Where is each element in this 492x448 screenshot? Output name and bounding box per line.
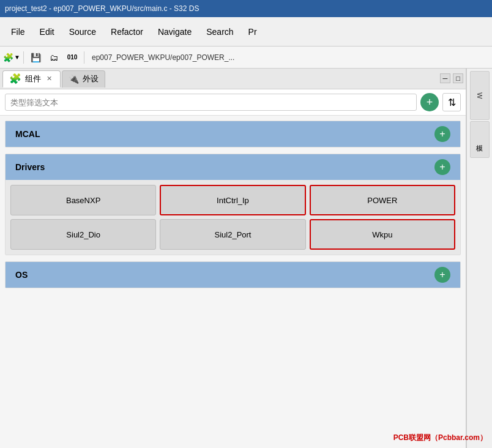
toolbar-path: ep007_POWER_WKPU/ep007_POWER_... xyxy=(92,53,234,62)
category-drivers-name: Drivers xyxy=(15,162,45,172)
tab-peripherals[interactable]: 🔌 外设 xyxy=(62,70,105,88)
component-tab-icon: 🧩 xyxy=(9,73,21,84)
dropdown-arrow-icon: ▼ xyxy=(14,54,20,61)
right-panel: W 模板 xyxy=(466,69,492,448)
drivers-add-icon: + xyxy=(439,162,445,173)
item-siul2-dio[interactable]: Siul2_Dio xyxy=(10,219,156,250)
category-drivers: Drivers + BaseNXP IntCtrl_Ip POWER xyxy=(5,154,461,255)
filter-input[interactable] xyxy=(5,94,417,111)
toolbar-save-btn[interactable]: 💾 xyxy=(28,50,43,65)
right-panel-btn-w[interactable]: W xyxy=(470,71,490,120)
menu-file[interactable]: File xyxy=(5,23,31,40)
plus-icon: + xyxy=(427,96,433,109)
right-panel-w-label: W xyxy=(476,92,483,99)
menu-source[interactable]: Source xyxy=(63,23,102,40)
os-add-icon: + xyxy=(439,269,445,280)
drivers-grid: BaseNXP IntCtrl_Ip POWER Siul2_Dio Siul2… xyxy=(6,180,460,255)
item-intctrl-ip[interactable]: IntCtrl_Ip xyxy=(160,185,305,215)
main-layout: 🧩 组件 ✕ 🔌 外设 ─ □ + ⇅ xyxy=(0,69,492,448)
left-panel: 🧩 组件 ✕ 🔌 外设 ─ □ + ⇅ xyxy=(0,69,466,448)
category-os-header: OS + xyxy=(6,262,460,288)
binary-icon: 010 xyxy=(67,54,78,61)
item-siul2-port[interactable]: Siul2_Port xyxy=(160,219,305,250)
minimize-btn[interactable]: ─ xyxy=(440,73,451,83)
toolbar-component-btn[interactable]: 🧩 ▼ xyxy=(4,50,20,65)
item-wkpu[interactable]: Wkpu xyxy=(310,219,455,250)
add-component-btn[interactable]: + xyxy=(420,93,439,111)
component-area: MCAL + Drivers + BaseNXP xyxy=(0,116,466,448)
maximize-btn[interactable]: □ xyxy=(453,73,463,83)
tab-components-close[interactable]: ✕ xyxy=(45,74,54,83)
os-add-btn[interactable]: + xyxy=(434,267,450,283)
drivers-add-btn[interactable]: + xyxy=(434,159,450,175)
mcal-add-icon: + xyxy=(439,129,445,140)
category-mcal: MCAL + xyxy=(5,121,461,147)
category-mcal-name: MCAL xyxy=(15,129,40,139)
panel-window-controls: ─ □ xyxy=(440,73,463,83)
toolbar-separator-1 xyxy=(23,51,24,64)
menu-search[interactable]: Search xyxy=(200,23,239,40)
tab-bar: 🧩 组件 ✕ 🔌 外设 xyxy=(0,69,466,89)
title-bar: project_test2 - ep007_POWER_WKPU/src/mai… xyxy=(0,0,492,17)
menu-bar: File Edit Source Refactor Navigate Searc… xyxy=(0,17,492,47)
right-panel-btn-template[interactable]: 模板 xyxy=(470,121,490,158)
save-icon: 💾 xyxy=(31,53,41,62)
title-text: project_test2 - ep007_POWER_WKPU/src/mai… xyxy=(5,4,199,13)
usb-tab-icon: 🔌 xyxy=(69,74,79,84)
category-drivers-header: Drivers + xyxy=(6,154,460,180)
tab-peripherals-label: 外设 xyxy=(83,73,99,84)
item-basenxp[interactable]: BaseNXP xyxy=(10,185,156,215)
tab-components[interactable]: 🧩 组件 ✕ xyxy=(2,70,61,88)
menu-refactor[interactable]: Refactor xyxy=(105,23,149,40)
toolbar-save-all-btn[interactable]: 🗂 xyxy=(46,50,62,65)
menu-edit[interactable]: Edit xyxy=(34,23,61,40)
save-all-icon: 🗂 xyxy=(50,53,58,62)
mcal-add-btn[interactable]: + xyxy=(434,126,450,142)
toolbar-separator-2 xyxy=(84,51,84,64)
category-os: OS + xyxy=(5,261,461,288)
category-mcal-header: MCAL + xyxy=(6,121,460,147)
filter-bar: + ⇅ xyxy=(0,89,466,116)
category-os-name: OS xyxy=(15,270,28,280)
sort-btn[interactable]: ⇅ xyxy=(442,93,461,111)
item-power[interactable]: POWER xyxy=(310,185,455,215)
component-icon: 🧩 xyxy=(3,53,13,62)
sort-icon: ⇅ xyxy=(448,97,456,108)
toolbar-binary-btn[interactable]: 010 xyxy=(64,50,80,65)
toolbar: 🧩 ▼ 💾 🗂 010 ep007_POWER_WKPU/ep007_POWER… xyxy=(0,47,492,69)
menu-pr[interactable]: Pr xyxy=(242,23,263,40)
menu-navigate[interactable]: Navigate xyxy=(152,23,198,40)
tab-components-label: 组件 xyxy=(25,73,41,84)
